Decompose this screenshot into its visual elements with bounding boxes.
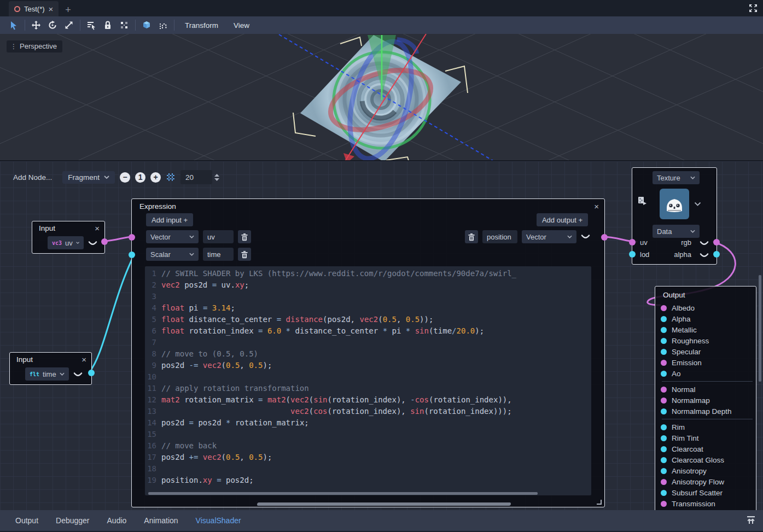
output-port-rgb[interactable] bbox=[713, 239, 720, 245]
transform-menu[interactable]: Transform bbox=[177, 18, 226, 32]
trash-icon[interactable] bbox=[238, 230, 251, 243]
graph-hscrollbar[interactable] bbox=[257, 503, 510, 506]
close-icon[interactable]: × bbox=[81, 355, 86, 364]
node-header[interactable]: Input × bbox=[32, 221, 104, 232]
input-port-normalmap-depth[interactable] bbox=[661, 408, 667, 414]
port-name-field[interactable]: position bbox=[482, 230, 517, 243]
output-port-position[interactable] bbox=[601, 234, 608, 241]
output-port-alpha[interactable] bbox=[713, 251, 720, 258]
zoom-out-button[interactable]: − bbox=[120, 172, 130, 183]
bottom-tab-audio[interactable]: Audio bbox=[101, 513, 133, 528]
input-source-dropdown[interactable]: vc3 uv bbox=[48, 236, 84, 249]
input-port-normalmap[interactable] bbox=[661, 397, 667, 404]
scene-tab[interactable]: Test(*) × bbox=[9, 1, 59, 16]
preview-toggle-icon[interactable] bbox=[581, 235, 590, 239]
new-tab-button[interactable]: + bbox=[65, 6, 71, 14]
add-node-button[interactable]: Add Node... bbox=[8, 171, 57, 184]
texture-type-dropdown[interactable]: Data bbox=[653, 225, 700, 238]
output-port-time[interactable] bbox=[88, 370, 95, 376]
node-header[interactable]: Input × bbox=[10, 353, 91, 364]
input-port-uv[interactable] bbox=[629, 239, 636, 245]
bottom-tab-animation[interactable]: Animation bbox=[137, 513, 184, 528]
spin-arrows[interactable] bbox=[214, 174, 219, 181]
select-tool-button[interactable] bbox=[5, 18, 22, 32]
input-port-uv[interactable] bbox=[129, 234, 135, 241]
rotate-tool-button[interactable] bbox=[44, 18, 61, 32]
input-uv-node[interactable]: Input × vc3 uv bbox=[32, 221, 105, 254]
port-name-field[interactable]: time bbox=[203, 248, 234, 261]
texture-edit-icon[interactable] bbox=[638, 196, 646, 205]
bottom-tab-debugger[interactable]: Debugger bbox=[49, 513, 96, 528]
move-tool-button[interactable] bbox=[28, 18, 44, 32]
input-port-albedo[interactable] bbox=[661, 305, 667, 311]
input-time-node[interactable]: Input × flt time bbox=[9, 352, 92, 385]
chevron-down-icon[interactable] bbox=[694, 202, 701, 206]
texture-node[interactable]: Texture Data bbox=[632, 167, 717, 265]
graph-vscrollbar[interactable] bbox=[759, 275, 761, 382]
preview-toggle-icon[interactable] bbox=[88, 241, 97, 246]
port-name-field[interactable]: uv bbox=[203, 230, 234, 243]
zoom-in-button[interactable]: + bbox=[150, 172, 161, 183]
input-port-roughness[interactable] bbox=[661, 338, 667, 344]
close-icon[interactable]: × bbox=[594, 202, 599, 211]
expand-bottom-panel-icon[interactable] bbox=[745, 515, 756, 525]
port-type-dropdown[interactable]: Vector bbox=[146, 230, 199, 243]
texture-source-dropdown[interactable]: Texture bbox=[653, 171, 700, 184]
input-port-emission[interactable] bbox=[661, 360, 667, 366]
shader-stage-dropdown[interactable]: Fragment bbox=[62, 171, 115, 184]
input-port-transmission[interactable] bbox=[661, 501, 667, 507]
add-input-button[interactable]: Add input + bbox=[146, 213, 193, 226]
input-port-anisotropy[interactable] bbox=[661, 468, 667, 474]
trash-icon[interactable] bbox=[238, 248, 251, 261]
snap-mode-icon[interactable] bbox=[155, 18, 171, 32]
input-port-clearcoat[interactable] bbox=[661, 446, 667, 452]
input-port-alpha[interactable] bbox=[661, 316, 667, 322]
lock-icon[interactable] bbox=[100, 18, 116, 32]
input-port-rim[interactable] bbox=[661, 424, 667, 430]
expression-code[interactable]: 1// SWIRL SHADER by LKS (https://www.red… bbox=[145, 266, 591, 495]
viewport-3d[interactable]: ⋮ Perspective bbox=[0, 34, 763, 161]
tab-close-icon[interactable]: × bbox=[49, 5, 54, 13]
node-header[interactable]: Expression × bbox=[132, 199, 604, 211]
input-port-lod[interactable] bbox=[629, 251, 636, 258]
port-type-dropdown[interactable]: Vector bbox=[522, 230, 576, 243]
shader-graph[interactable]: Add Node... Fragment − 1 + 20 bbox=[0, 161, 763, 510]
snap-step-value[interactable]: 20 bbox=[180, 170, 212, 184]
preview-toggle-icon[interactable] bbox=[73, 372, 83, 377]
input-port-time[interactable] bbox=[129, 252, 135, 258]
input-port-specular[interactable] bbox=[661, 349, 667, 355]
perspective-menu[interactable]: ⋮ Perspective bbox=[7, 40, 62, 52]
input-port-metallic[interactable] bbox=[661, 327, 667, 333]
output-node[interactable]: Output AlbedoAlphaMetallicRoughnessSpecu… bbox=[655, 286, 756, 510]
input-port-normal[interactable] bbox=[661, 387, 667, 393]
zoom-reset-button[interactable]: 1 bbox=[135, 172, 145, 183]
input-port-clearcoat-gloss[interactable] bbox=[661, 457, 667, 463]
node-resize-handle[interactable] bbox=[597, 500, 602, 505]
bottom-tab-output[interactable]: Output bbox=[9, 513, 45, 528]
input-port-anisotropy-flow[interactable] bbox=[661, 479, 667, 485]
fullscreen-icon[interactable] bbox=[749, 4, 758, 13]
view-menu[interactable]: View bbox=[226, 18, 257, 32]
spin-down-icon[interactable] bbox=[214, 178, 219, 181]
group-icon[interactable] bbox=[116, 18, 132, 32]
scale-tool-button[interactable] bbox=[61, 18, 77, 32]
preview-toggle-icon[interactable] bbox=[700, 253, 709, 258]
bottom-tab-visualshader[interactable]: VisualShader bbox=[189, 513, 248, 528]
node-header[interactable]: Output bbox=[655, 287, 756, 300]
port-type-dropdown[interactable]: Scalar bbox=[146, 248, 199, 261]
input-port-subsurf-scatter[interactable] bbox=[661, 490, 667, 496]
output-port-uv[interactable] bbox=[101, 238, 108, 245]
add-output-button[interactable]: Add output + bbox=[537, 213, 588, 226]
code-hscrollbar[interactable] bbox=[148, 492, 538, 495]
close-icon[interactable]: × bbox=[95, 224, 100, 232]
list-select-button[interactable] bbox=[83, 18, 100, 32]
input-port-rim-tint[interactable] bbox=[661, 435, 667, 441]
texture-preview-button[interactable] bbox=[660, 189, 689, 219]
snap-toggle-icon[interactable] bbox=[166, 172, 176, 182]
snap-step-spinbox[interactable]: 20 bbox=[180, 170, 219, 184]
input-source-dropdown[interactable]: flt time bbox=[25, 367, 69, 381]
input-port-ao[interactable] bbox=[661, 371, 667, 377]
spin-up-icon[interactable] bbox=[214, 174, 219, 177]
expression-node[interactable]: Expression × Add input + Add output + Ve… bbox=[131, 198, 605, 507]
trash-icon[interactable] bbox=[465, 230, 478, 243]
